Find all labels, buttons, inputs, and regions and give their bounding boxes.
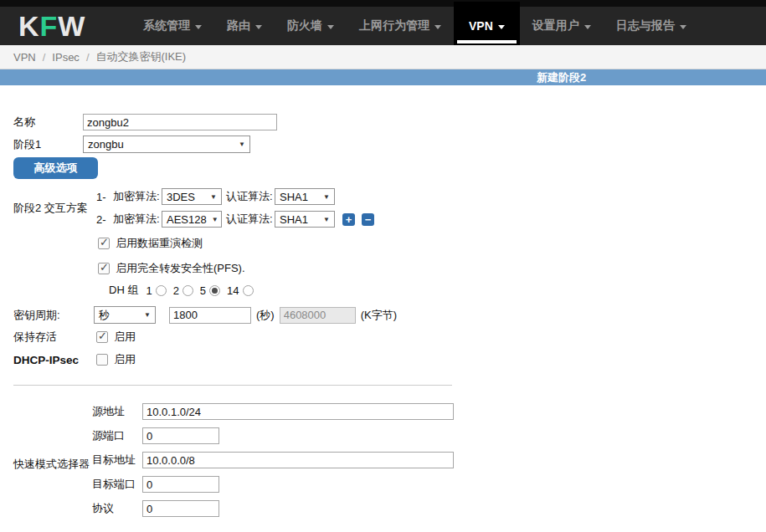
dh-radio-5[interactable]: [209, 285, 220, 296]
protocol-input[interactable]: [142, 500, 219, 517]
phase1-row: 阶段1 zongbu ▼: [13, 136, 766, 153]
keylife-label: 密钥周期:: [13, 308, 94, 323]
replay-detection-checkbox[interactable]: [98, 238, 110, 249]
source-address-input[interactable]: [142, 403, 454, 420]
dh-group-label: DH 组: [109, 283, 138, 298]
logo-letter-f: F: [40, 10, 59, 43]
chevron-down-icon: [255, 25, 262, 29]
encryption-selected-value: 3DES: [167, 191, 195, 203]
nav-item-firewall[interactable]: 防火墙: [275, 7, 347, 45]
encryption-select-1[interactable]: 3DES ▼: [162, 188, 222, 205]
dh-option-label: 2: [173, 284, 179, 297]
nav-item-label: VPN: [469, 19, 493, 33]
kbytes-suffix: (K字节): [361, 308, 397, 323]
chevron-down-icon: [680, 25, 686, 29]
nav-item-vpn[interactable]: VPN: [454, 2, 520, 45]
chevron-down-icon: ▼: [210, 193, 217, 201]
dh-radio-1[interactable]: [156, 285, 167, 296]
keylife-unit-select[interactable]: 秒 ▼: [94, 306, 156, 324]
proposal-index: 2-: [96, 213, 113, 226]
phase2-proposal-section: 阶段2 交互方案 1- 加密算法: 3DES ▼ 认证算法: SHA1 ▼ 2-…: [13, 188, 766, 228]
authentication-selected-value: SHA1: [280, 191, 308, 203]
proposal-rows: 1- 加密算法: 3DES ▼ 认证算法: SHA1 ▼ 2- 加密算法: AE…: [96, 188, 374, 228]
dhcp-ipsec-checkbox[interactable]: [96, 354, 108, 366]
nav-item-logs[interactable]: 日志与报告: [604, 7, 699, 45]
chevron-down-icon: ▼: [144, 311, 151, 319]
dh-option-label: 14: [227, 284, 239, 297]
nav-item-label: 路由: [227, 18, 250, 33]
nav-item-label: 日志与报告: [616, 18, 675, 33]
nav-item-users[interactable]: 设置用户: [520, 7, 604, 45]
keepalive-checkbox[interactable]: [96, 331, 108, 343]
breadcrumb-vpn[interactable]: VPN: [13, 51, 36, 64]
source-port-input[interactable]: [142, 427, 219, 444]
app-logo: KFW: [0, 7, 131, 45]
dest-address-input[interactable]: [142, 452, 454, 468]
dh-group-row: DH 组 1 2 5 14: [109, 283, 766, 298]
dhcp-ipsec-row: DHCP-IPsec 启用: [13, 352, 766, 367]
dh-option-2: 2: [173, 284, 193, 297]
add-proposal-button[interactable]: +: [342, 213, 355, 226]
breadcrumb-separator: /: [43, 51, 46, 64]
breadcrumb-separator: /: [86, 51, 90, 64]
nav-item-label: 上网行为管理: [359, 18, 429, 33]
replay-detection-row: 启用数据重演检测: [98, 236, 766, 251]
dh-option-1: 1: [146, 284, 166, 297]
proposal-row-1: 1- 加密算法: 3DES ▼ 认证算法: SHA1 ▼: [96, 188, 374, 205]
chevron-down-icon: [195, 25, 202, 29]
chevron-down-icon: ▼: [323, 193, 330, 201]
dhcp-ipsec-label: DHCP-IPsec: [13, 354, 94, 366]
quick-mode-fields: 源地址 源端口 目标地址 目标端口 协议: [92, 403, 454, 524]
dh-radio-2[interactable]: [183, 285, 193, 296]
form-content: 名称 阶段1 zongbu ▼ 高级选项 阶段2 交互方案 1- 加密算法: 3…: [0, 85, 766, 532]
dhcp-ipsec-enable-label: 启用: [114, 352, 136, 367]
replay-detection-label: 启用数据重演检测: [116, 236, 203, 251]
protocol-row: 协议: [92, 500, 454, 517]
dh-option-5: 5: [200, 284, 220, 297]
dh-option-label: 1: [146, 284, 152, 297]
chevron-down-icon: [498, 25, 505, 29]
pfs-label: 启用完全转发安全性(PFS).: [116, 261, 245, 276]
nav-item-web-behavior[interactable]: 上网行为管理: [347, 7, 454, 45]
keepalive-enable-label: 启用: [114, 330, 136, 345]
dest-port-row: 目标端口: [92, 476, 454, 493]
chevron-down-icon: ▼: [323, 216, 330, 223]
authentication-select-2[interactable]: SHA1 ▼: [275, 211, 335, 228]
dh-radio-14[interactable]: [243, 285, 254, 296]
chevron-down-icon: ▼: [239, 141, 245, 148]
proposal-row-2: 2- 加密算法: AES128 ▼ 认证算法: SHA1 ▼ + −: [96, 211, 374, 228]
remove-proposal-button[interactable]: −: [362, 213, 374, 226]
nav-item-system[interactable]: 系统管理: [131, 7, 214, 45]
authentication-label: 认证算法:: [226, 189, 275, 204]
phase1-select[interactable]: zongbu ▼: [83, 136, 250, 153]
pfs-checkbox[interactable]: [98, 263, 110, 274]
nav-item-label: 系统管理: [143, 18, 190, 33]
phase1-label: 阶段1: [13, 137, 83, 152]
nav-item-route[interactable]: 路由: [214, 7, 275, 45]
source-port-label: 源端口: [92, 428, 142, 443]
advanced-options-button[interactable]: 高级选项: [13, 157, 98, 179]
logo-letter-k: K: [18, 10, 40, 43]
source-port-row: 源端口: [92, 427, 454, 444]
authentication-selected-value: SHA1: [280, 213, 308, 226]
dh-option-label: 5: [200, 284, 206, 297]
authentication-label: 认证算法:: [226, 212, 275, 227]
keylife-seconds-input[interactable]: [169, 307, 251, 324]
encryption-label: 加密算法:: [113, 212, 162, 227]
authentication-select-1[interactable]: SHA1 ▼: [275, 188, 335, 205]
protocol-label: 协议: [92, 501, 142, 516]
section-divider: [13, 385, 452, 386]
name-input[interactable]: [83, 114, 277, 130]
breadcrumb-ipsec[interactable]: IPsec: [52, 51, 80, 64]
dest-address-row: 目标地址: [92, 452, 454, 468]
chevron-down-icon: ▼: [212, 216, 218, 223]
encryption-select-2[interactable]: AES128 ▼: [162, 211, 222, 228]
keepalive-row: 保持存活 启用: [13, 330, 766, 345]
encryption-selected-value: AES128: [167, 213, 207, 226]
chevron-down-icon: [327, 25, 334, 29]
dest-port-input[interactable]: [142, 476, 219, 493]
proposal-label: 阶段2 交互方案: [13, 201, 96, 216]
dh-option-14: 14: [227, 284, 253, 297]
chevron-down-icon: [584, 25, 591, 29]
keylife-row: 密钥周期: 秒 ▼ (秒) (K字节): [13, 306, 766, 324]
